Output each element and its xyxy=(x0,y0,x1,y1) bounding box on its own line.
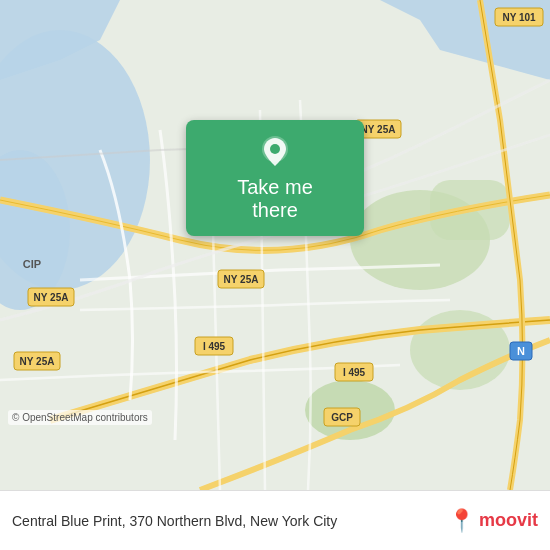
svg-text:NY 101: NY 101 xyxy=(502,12,536,23)
svg-text:NY 25A: NY 25A xyxy=(224,274,259,285)
svg-point-29 xyxy=(270,144,280,154)
svg-text:NY 25A: NY 25A xyxy=(20,356,55,367)
svg-text:I 495: I 495 xyxy=(203,341,226,352)
svg-text:GCP: GCP xyxy=(331,412,353,423)
svg-text:N: N xyxy=(517,345,525,357)
location-name: Central Blue Print, 370 Northern Blvd, N… xyxy=(12,513,440,529)
svg-text:CIP: CIP xyxy=(23,258,41,270)
moovit-logo: 📍 moovit xyxy=(448,508,538,534)
button-label: Take me there xyxy=(224,176,326,222)
svg-text:I 495: I 495 xyxy=(343,367,366,378)
location-pin-icon xyxy=(257,134,293,170)
svg-text:NY 25A: NY 25A xyxy=(361,124,396,135)
svg-text:NY 25A: NY 25A xyxy=(34,292,69,303)
copyright-text: © OpenStreetMap contributors xyxy=(8,410,152,425)
bottom-bar: Central Blue Print, 370 Northern Blvd, N… xyxy=(0,490,550,550)
moovit-pin-icon: 📍 xyxy=(448,508,475,534)
take-me-there-button[interactable]: Take me there xyxy=(186,120,364,236)
map-container: NY 101 NY 25A NY 25A NY 25A NY 25A I 495… xyxy=(0,0,550,490)
moovit-brand: moovit xyxy=(479,510,538,531)
button-overlay: Take me there xyxy=(186,120,364,236)
